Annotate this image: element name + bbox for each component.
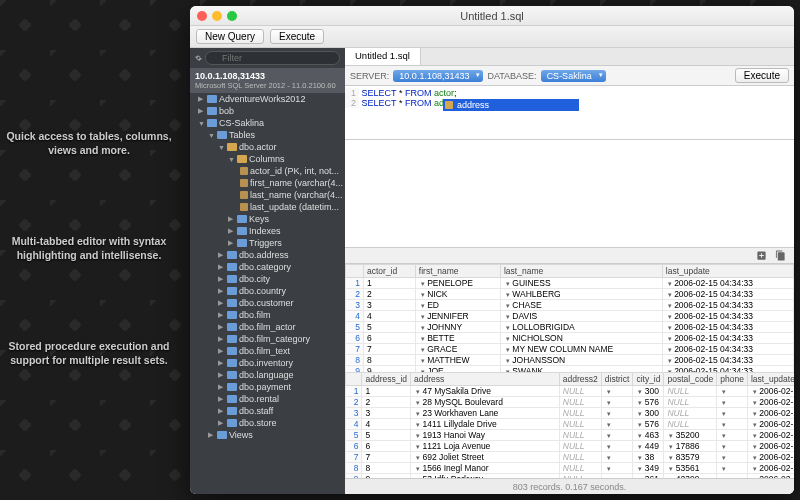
results-toolbar xyxy=(345,248,794,264)
table-row[interactable]: 66▾ BETTE▾ NICHOLSON▾ 2006-02-15 04:34:3… xyxy=(346,332,794,343)
table-dbo-rental[interactable]: ▶dbo.rental xyxy=(190,393,345,405)
column-header[interactable]: address_id xyxy=(362,372,411,385)
column-header[interactable]: actor_id xyxy=(364,264,416,277)
promo-text-2: Multi-tabbed editor with syntax highligh… xyxy=(4,235,174,262)
column-header[interactable]: last_name xyxy=(500,264,662,277)
table-dbo-film[interactable]: ▶dbo.film xyxy=(190,309,345,321)
table-row[interactable]: 55▾ JOHNNY▾ LOLLOBRIGIDA▾ 2006-02-15 04:… xyxy=(346,321,794,332)
column-header[interactable] xyxy=(346,264,364,277)
editor-panel: Untitled 1.sql SERVER: 10.0.1.108,31433 … xyxy=(345,48,794,494)
table-row[interactable]: 88▾ MATTHEW▾ JOHANSSON▾ 2006-02-15 04:34… xyxy=(346,354,794,365)
table-dbo-country[interactable]: ▶dbo.country xyxy=(190,285,345,297)
gear-icon[interactable] xyxy=(195,52,202,64)
indexes-folder[interactable]: ▶Indexes xyxy=(190,225,345,237)
db-adventureworks[interactable]: ▶AdventureWorks2012 xyxy=(190,93,345,105)
table-dbo-category[interactable]: ▶dbo.category xyxy=(190,261,345,273)
new-query-button[interactable]: New Query xyxy=(196,29,264,44)
column-header[interactable]: first_name xyxy=(415,264,500,277)
export-icon[interactable] xyxy=(756,250,767,261)
table-row[interactable]: 77▾ 692 Joliet StreetNULL▾ ▾ 38▾ 83579▾ … xyxy=(346,451,795,462)
column-header[interactable] xyxy=(346,372,362,385)
table-row[interactable]: 55▾ 1913 Hanoi WayNULL▾ ▾ 463▾ 35200▾ ▾ … xyxy=(346,429,795,440)
table-row[interactable]: 33▾ 23 Workhaven LaneNULL▾ ▾ 300NULL▾ ▾ … xyxy=(346,407,795,418)
db-cssaklina[interactable]: ▼CS-Saklina xyxy=(190,117,345,129)
tables-folder[interactable]: ▼Tables xyxy=(190,129,345,141)
table-dbo-city[interactable]: ▶dbo.city xyxy=(190,273,345,285)
window-title: Untitled 1.sql xyxy=(190,10,794,22)
keys-folder[interactable]: ▶Keys xyxy=(190,213,345,225)
column-actor-id[interactable]: actor_id (PK, int, not... xyxy=(190,165,345,177)
column-header[interactable]: address xyxy=(411,372,560,385)
database-select[interactable]: CS-Saklina xyxy=(541,70,606,82)
copy-icon[interactable] xyxy=(775,250,786,261)
table-row[interactable]: 44▾ JENNIFER▾ DAVIS▾ 2006-02-15 04:34:33 xyxy=(346,310,794,321)
status-bar: 803 records. 0.167 seconds. xyxy=(345,478,794,494)
column-header[interactable]: phone xyxy=(717,372,748,385)
filter-input[interactable] xyxy=(205,51,340,65)
table-dbo-payment[interactable]: ▶dbo.payment xyxy=(190,381,345,393)
results-grid-2[interactable]: address_idaddressaddress2districtcity_id… xyxy=(345,372,794,479)
results-grid-1[interactable]: actor_idfirst_namelast_namelast_update11… xyxy=(345,264,794,372)
columns-folder[interactable]: ▼Columns xyxy=(190,153,345,165)
execute-button[interactable]: Execute xyxy=(270,29,324,44)
server-label: SERVER: xyxy=(350,71,389,81)
table-dbo-address[interactable]: ▶dbo.address xyxy=(190,249,345,261)
execute-query-button[interactable]: Execute xyxy=(735,68,789,83)
server-header[interactable]: 10.0.1.108,31433 Microsoft SQL Server 20… xyxy=(190,68,345,93)
table-row[interactable]: 44▾ 1411 Lillydale DriveNULL▾ ▾ 576NULL▾… xyxy=(346,418,795,429)
column-last-name[interactable]: last_name (varchar(4... xyxy=(190,189,345,201)
table-row[interactable]: 66▾ 1121 Loja AvenueNULL▾ ▾ 449▾ 17886▾ … xyxy=(346,440,795,451)
table-dbo-film-text[interactable]: ▶dbo.film_text xyxy=(190,345,345,357)
database-label: DATABASE: xyxy=(487,71,536,81)
column-last-update[interactable]: last_update (datetim... xyxy=(190,201,345,213)
server-select[interactable]: 10.0.1.108,31433 xyxy=(393,70,483,82)
autocomplete-popup[interactable]: address xyxy=(443,99,579,111)
column-header[interactable]: postal_code xyxy=(664,372,717,385)
column-header[interactable]: district xyxy=(601,372,633,385)
db-bob[interactable]: ▶bob xyxy=(190,105,345,117)
column-header[interactable]: last_update xyxy=(747,372,794,385)
connection-bar: SERVER: 10.0.1.108,31433 DATABASE: CS-Sa… xyxy=(345,66,794,86)
table-dbo-language[interactable]: ▶dbo.language xyxy=(190,369,345,381)
triggers-folder[interactable]: ▶Triggers xyxy=(190,237,345,249)
column-header[interactable]: address2 xyxy=(559,372,601,385)
sql-editor[interactable]: 1 SELECT * FROM actor; 2 SELECT * FROM a… xyxy=(345,86,794,140)
table-row[interactable]: 88▾ 1566 Inegl ManorNULL▾ ▾ 349▾ 53561▾ … xyxy=(346,462,795,473)
titlebar: Untitled 1.sql xyxy=(190,6,794,26)
table-dbo-store[interactable]: ▶dbo.store xyxy=(190,417,345,429)
table-dbo-customer[interactable]: ▶dbo.customer xyxy=(190,297,345,309)
table-row[interactable]: 22▾ NICK▾ WAHLBERG▾ 2006-02-15 04:34:33 xyxy=(346,288,794,299)
table-dbo-staff[interactable]: ▶dbo.staff xyxy=(190,405,345,417)
table-row[interactable]: 77▾ GRACE▾ MY NEW COLUMN NAME▾ 2006-02-1… xyxy=(346,343,794,354)
table-row[interactable]: 11▾ PENELOPE▾ GUINESS▾ 2006-02-15 04:34:… xyxy=(346,277,794,288)
tab-bar: Untitled 1.sql xyxy=(345,48,794,66)
table-dbo-film-category[interactable]: ▶dbo.film_category xyxy=(190,333,345,345)
promo-text-1: Quick access to tables, columns, views a… xyxy=(4,130,174,157)
promo-text-3: Stored procedure execution and support f… xyxy=(4,340,174,367)
table-dbo-film-actor[interactable]: ▶dbo.film_actor xyxy=(190,321,345,333)
tab-untitled[interactable]: Untitled 1.sql xyxy=(345,48,421,65)
table-dbo-inventory[interactable]: ▶dbo.inventory xyxy=(190,357,345,369)
table-row[interactable]: 11▾ 47 MySakila DriveNULL▾ ▾ 300NULL▾ ▾ … xyxy=(346,385,795,396)
column-header[interactable]: city_id xyxy=(633,372,664,385)
sidebar: 10.0.1.108,31433 Microsoft SQL Server 20… xyxy=(190,48,345,494)
column-header[interactable]: last_update xyxy=(662,264,793,277)
main-toolbar: New Query Execute xyxy=(190,26,794,48)
table-row[interactable]: 33▾ ED▾ CHASE▾ 2006-02-15 04:34:33 xyxy=(346,299,794,310)
column-first-name[interactable]: first_name (varchar(4... xyxy=(190,177,345,189)
table-row[interactable]: 22▾ 28 MySQL BoulevardNULL▾ ▾ 576NULL▾ ▾… xyxy=(346,396,795,407)
table-dbo-actor[interactable]: ▼dbo.actor xyxy=(190,141,345,153)
app-window: Untitled 1.sql New Query Execute 10.0.1.… xyxy=(190,6,794,494)
views-folder[interactable]: ▶Views xyxy=(190,429,345,441)
